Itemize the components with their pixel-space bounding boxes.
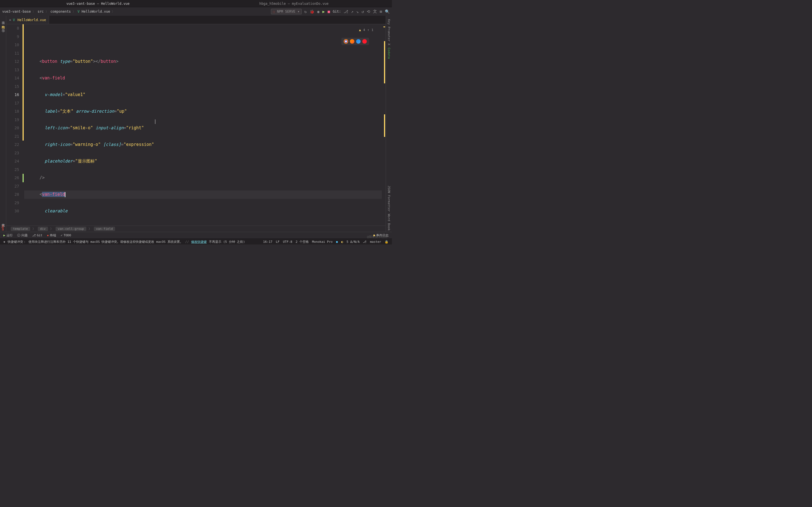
bc-template[interactable]: template xyxy=(11,227,30,231)
sidebar-learn[interactable]: 学习 xyxy=(0,26,6,28)
chevron-right-icon: 〉 xyxy=(89,227,92,231)
left-tool-sidebar: 项目 结构 学习 收藏夹 npm xyxy=(0,16,6,232)
bc-div[interactable]: div xyxy=(38,227,48,231)
scrollbar-minimap[interactable] xyxy=(382,24,386,226)
problems-tool[interactable]: ⓘ问题 xyxy=(17,233,28,237)
status-suffix: 不再显示 (5 分钟 之前) xyxy=(209,240,245,244)
opera-icon[interactable] xyxy=(362,39,367,44)
close-tab-icon[interactable]: × xyxy=(9,18,11,22)
history-icon[interactable]: ↺ xyxy=(361,9,364,14)
play-icon[interactable]: ▶ xyxy=(322,9,324,14)
git-label: Git: xyxy=(333,10,341,13)
status-icon[interactable]: ❖ xyxy=(3,240,5,244)
indent-setting[interactable]: 2 个空格 xyxy=(296,240,309,244)
structure-breadcrumb: template 〉 div 〉 van-cell-group 〉 van-fi… xyxy=(6,226,386,232)
terminal-tool[interactable]: ▪终端 xyxy=(47,233,56,237)
chevron-right-icon: 〉 xyxy=(50,227,53,231)
bottom-tool-bar: ▶运行 ⓘ问题 ⎇Git ▪终端 ✓TODO ●事件日志 xyxy=(0,232,392,238)
safari-icon[interactable] xyxy=(356,39,361,44)
breadcrumb: vue3-vant-base 〉 src 〉 components 〉 V He… xyxy=(2,9,116,14)
main-layout: 项目 结构 学习 收藏夹 npm × V HelloWorld.vue 8910… xyxy=(0,16,392,232)
translate-icon[interactable]: 文 xyxy=(373,9,377,14)
git-branch[interactable]: master xyxy=(370,240,381,244)
file-tabs: × V HelloWorld.vue xyxy=(6,16,386,24)
window-tab-inactive[interactable]: hbga_h5mobile – myEvaluationDo.vue xyxy=(196,1,392,7)
code-editor[interactable]: 8910111213141516171819202122232425262728… xyxy=(6,24,386,226)
rollback-icon[interactable]: ⟲ xyxy=(367,9,370,14)
git-branch-icon: ⎇ xyxy=(363,240,366,244)
vue-file-icon: V xyxy=(13,18,15,22)
search-icon[interactable]: 🔍 xyxy=(385,9,390,14)
refresh-icon[interactable]: ↻ xyxy=(305,9,307,14)
run-tool[interactable]: ▶运行 xyxy=(3,233,13,237)
chevron-right-icon: 〉 xyxy=(45,9,49,14)
breadcrumb-src[interactable]: src xyxy=(38,10,44,13)
todo-icon: ✓ xyxy=(61,233,63,237)
stop-icon[interactable]: ■ xyxy=(327,9,330,14)
mouse-cursor-ibeam xyxy=(155,119,155,124)
chevron-right-icon: 〉 xyxy=(33,227,36,231)
browser-preview-icons xyxy=(342,38,369,45)
sidebar-project[interactable]: 项目 xyxy=(0,18,6,20)
status-bar: ❖ 快捷键冲突： 使用块注释进行注释和另外 11 个快捷键与 macOS 快捷键… xyxy=(0,238,392,244)
dropdown-icon: ▾ xyxy=(297,10,299,13)
firefox-icon[interactable] xyxy=(350,39,354,44)
breadcrumb-project[interactable]: vue3-vant-base xyxy=(2,10,31,13)
sidebar-favorites[interactable]: 收藏夹 xyxy=(0,220,6,222)
sidebar-key-promoter[interactable]: Key Promoter X xyxy=(387,18,391,47)
chevron-right-icon: 〉 xyxy=(72,9,76,14)
sidebar-word-book[interactable]: Word Book xyxy=(387,213,391,232)
color-scheme[interactable]: Monokai Pro xyxy=(312,240,333,244)
status-prefix: 快捷键冲突： xyxy=(8,240,26,244)
breadcrumb-components[interactable]: components xyxy=(50,10,71,13)
line-separator[interactable]: LF xyxy=(276,240,280,244)
sidebar-codota[interactable]: Codota xyxy=(387,47,391,60)
code-content[interactable]: ▲4 ↑1 <button type="button"></button> <v… xyxy=(23,24,382,226)
right-tool-sidebar: Key Promoter X Codota JSON Formatter Wor… xyxy=(386,16,392,232)
git-push-icon[interactable]: ↗ xyxy=(351,9,353,14)
minimap-change xyxy=(384,41,385,83)
lock-icon[interactable]: 🔒 xyxy=(385,240,389,244)
bug-icon[interactable]: 🐞 xyxy=(310,9,314,14)
git-branch-icon[interactable]: ⎇ xyxy=(344,9,348,14)
sidebar-npm[interactable]: npm xyxy=(1,224,5,232)
up-arrow-icon: ↑ xyxy=(367,26,369,34)
warning-count: 4 xyxy=(363,26,365,34)
window-tab-active[interactable]: vue3-vant-base – HelloWorld.vue xyxy=(0,1,196,7)
run-config-selector[interactable]: ⬚ NPM SERVE ▾ xyxy=(271,9,301,14)
cursor-position[interactable]: 16:17 xyxy=(263,240,272,244)
text-cursor xyxy=(65,192,65,197)
analysis-icon: ◐ xyxy=(341,240,343,244)
status-dot-icon: ● xyxy=(336,240,338,244)
breadcrumb-file[interactable]: HelloWorld.vue xyxy=(82,10,110,13)
file-tab-active[interactable]: × V HelloWorld.vue xyxy=(6,16,49,24)
info-icon: ⓘ xyxy=(17,233,20,237)
npm-icon: ⬚ xyxy=(273,10,274,13)
terminal-icon: ▪ xyxy=(47,233,49,237)
modify-shortcut-link[interactable]: 修改快捷键 xyxy=(191,240,207,244)
git-tool[interactable]: ⎇Git xyxy=(32,233,43,237)
chevron-right-icon: 〉 xyxy=(112,9,115,14)
navigation-bar: vue3-vant-base 〉 src 〉 components 〉 V He… xyxy=(0,7,392,16)
bc-van-field[interactable]: van-field xyxy=(94,227,115,231)
status-message: 使用块注释进行注释和另外 11 个快捷键与 macOS 快捷键冲突。请修改这些快… xyxy=(29,240,183,244)
run-config-label: NPM SERVE xyxy=(277,10,295,13)
git-icon: ⎇ xyxy=(32,233,36,237)
inspection-widget[interactable]: ▲4 ↑1 xyxy=(359,26,373,34)
bc-cell-group[interactable]: van-cell-group xyxy=(56,227,86,231)
toolbar-right: ⬚ NPM SERVE ▾ ↻ 🐞 ◉ ▶ ■ Git: ⎇ ↗ ↘ ↺ ⟲ 文… xyxy=(271,9,390,14)
todo-tool[interactable]: ✓TODO xyxy=(61,233,71,237)
chrome-icon[interactable] xyxy=(344,39,348,44)
title-bar: vue3-vant-base – HelloWorld.vue hbga_h5m… xyxy=(0,0,392,7)
chevron-right-icon: 〉 xyxy=(33,9,36,14)
vue-file-icon: V xyxy=(78,10,80,13)
typo-count: 1 xyxy=(371,26,373,34)
coverage-icon[interactable]: ◉ xyxy=(317,9,319,14)
sidebar-json-formatter[interactable]: JSON Formatter xyxy=(387,184,391,213)
play-icon: ▶ xyxy=(3,233,5,237)
file-encoding[interactable]: UTF-8 xyxy=(283,240,292,244)
analysis-status[interactable]: 5 Δ/N/A xyxy=(347,240,359,244)
sidebar-structure[interactable]: 结构 xyxy=(0,22,6,24)
ide-settings-icon[interactable]: ⊞ xyxy=(380,9,382,14)
git-pull-icon[interactable]: ↘ xyxy=(356,9,359,14)
